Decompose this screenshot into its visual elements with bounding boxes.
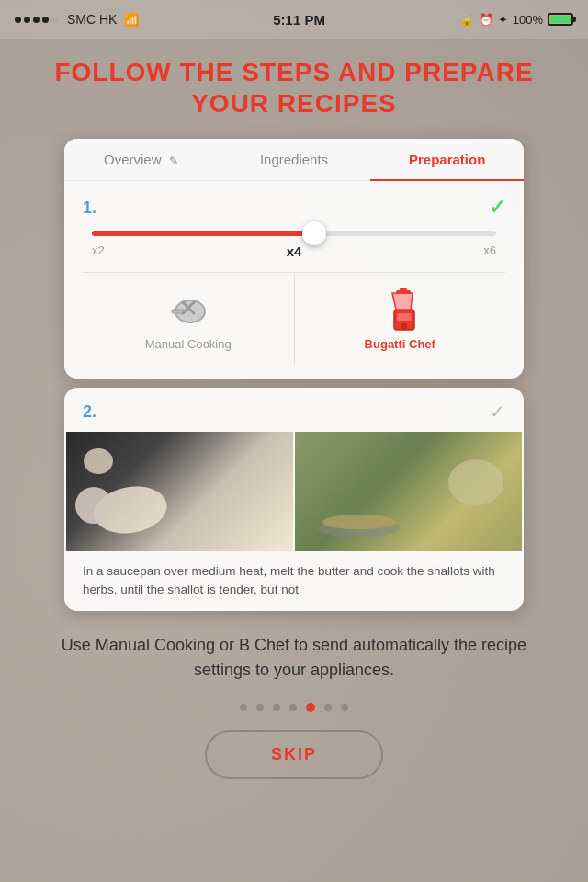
alarm-icon: ⏰ <box>479 13 493 27</box>
bugatti-chef-option[interactable]: Bugatti Chef <box>295 273 506 364</box>
step1-number: 1. <box>83 198 96 218</box>
bluetooth-icon: ✦ <box>498 13 508 27</box>
svg-rect-7 <box>397 313 412 321</box>
dot-3 <box>273 704 280 711</box>
battery-label: 100% <box>513 13 543 27</box>
svg-point-11 <box>322 514 396 529</box>
step2-header: 2. ✓ <box>64 388 524 432</box>
manual-cooking-icon <box>166 286 210 330</box>
bugatti-chef-label: Bugatti Chef <box>365 337 435 351</box>
food-image-left <box>66 432 293 551</box>
skip-button[interactable]: SKIP <box>205 730 383 779</box>
slider-label-x2: x2 <box>92 243 105 259</box>
bugatti-chef-icon <box>379 286 420 330</box>
carrier-label: SMC HK <box>67 12 117 27</box>
battery-indicator <box>548 13 573 26</box>
step2-check-icon: ✓ <box>490 401 505 423</box>
step1-check: ✓ <box>489 196 505 220</box>
bottom-description: Use Manual Cooking or B Chef to send aut… <box>0 633 588 683</box>
manual-cooking-label: Manual Cooking <box>145 337 232 351</box>
cooking-options: Manual Cooking <box>83 272 505 364</box>
manual-cooking-option[interactable]: Manual Cooking <box>83 273 295 364</box>
step2-description: In a saucepan over medium heat, melt the… <box>64 551 524 611</box>
step1-header: 1. ✓ <box>83 196 505 220</box>
slider-thumb[interactable] <box>302 221 326 245</box>
slider-label-x4: x4 <box>287 243 302 259</box>
svg-point-9 <box>84 448 113 474</box>
tab-ingredients[interactable]: Ingredients <box>218 139 371 180</box>
slider-labels: x2 x4 x6 <box>92 243 496 259</box>
slider-label-x6: x6 <box>483 243 496 259</box>
tab-preparation[interactable]: Preparation <box>370 139 524 180</box>
dot-4 <box>289 704 297 711</box>
edit-icon: ✎ <box>169 154 178 167</box>
step2-images <box>66 432 522 551</box>
dot-1 <box>240 704 247 711</box>
status-right: 🔒 ⏰ ✦ 100% <box>459 13 573 27</box>
page-title: FOLLOW THE STEPS AND PREPARE YOUR RECIPE… <box>0 57 588 119</box>
step2-card: 2. ✓ <box>64 388 524 611</box>
step2-number: 2. <box>83 402 96 422</box>
step1-section: 1. ✓ x2 x4 x6 <box>64 181 524 379</box>
time-label: 5:11 PM <box>273 12 325 28</box>
pagination-dots <box>240 703 348 712</box>
slider-track <box>92 231 496 236</box>
tab-bar: Overview ✎ Ingredients Preparation <box>64 139 524 181</box>
quantity-slider[interactable]: x2 x4 x6 <box>83 231 505 259</box>
food-image-right <box>295 432 522 551</box>
signal-dots <box>15 17 58 23</box>
slider-fill <box>92 231 314 236</box>
lock-icon: 🔒 <box>459 13 474 27</box>
status-bar: SMC HK 📶 5:11 PM 🔒 ⏰ ✦ 100% <box>0 0 588 39</box>
main-card: Overview ✎ Ingredients Preparation 1. ✓ <box>64 139 524 379</box>
svg-rect-6 <box>400 288 407 291</box>
dot-2 <box>256 704 264 711</box>
dot-7 <box>341 704 348 711</box>
dot-5-active <box>306 703 315 712</box>
tab-overview[interactable]: Overview ✎ <box>64 139 218 180</box>
status-left: SMC HK 📶 <box>15 12 139 27</box>
wifi-icon: 📶 <box>124 13 139 27</box>
dot-6 <box>324 704 332 711</box>
svg-point-8 <box>401 323 407 329</box>
